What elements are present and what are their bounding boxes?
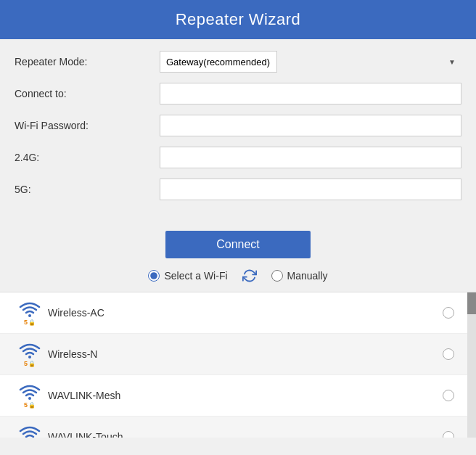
- connect-section: Connect: [0, 218, 476, 269]
- svg-point-1: [28, 356, 31, 358]
- wifi-ssid: WAVLINK-Mesh: [48, 390, 443, 401]
- wifi-list-item[interactable]: 5🔒Wireless-AC: [0, 292, 476, 334]
- band-2g-label: 2.4G:: [15, 152, 160, 163]
- wifi-lock-badge: 🔒: [28, 361, 36, 367]
- band-5g-input[interactable]: [160, 179, 461, 200]
- wifi-signal-icon: [19, 300, 41, 319]
- repeater-mode-row: Repeater Mode: Gateway(recommended) Repe…: [15, 51, 461, 73]
- wifi-password-label: Wi-Fi Password:: [15, 120, 160, 131]
- connect-to-row: Connect to:: [15, 83, 461, 104]
- wifi-5g-badge: 5: [24, 401, 28, 409]
- radio-section: Select a Wi-Fi Manually: [0, 269, 476, 292]
- manually-radio[interactable]: [271, 270, 283, 282]
- wifi-icon-inner: 5🔒: [19, 424, 41, 438]
- wifi-list-item[interactable]: 5🔒WAVLINK-Touch: [0, 417, 476, 438]
- wifi-signal-icon: [19, 382, 41, 401]
- scrollbar-thumb[interactable]: [467, 292, 476, 314]
- wifi-icon-wrap: 5🔒: [12, 341, 48, 367]
- svg-point-0: [28, 314, 31, 317]
- wifi-list-item[interactable]: 5🔒Wireless-N: [0, 334, 476, 375]
- wifi-badge: 5🔒: [24, 360, 36, 367]
- wifi-ssid: Wireless-AC: [48, 307, 443, 319]
- wifi-select-radio[interactable]: [443, 348, 454, 360]
- wifi-select-radio[interactable]: [443, 307, 454, 319]
- repeater-mode-select[interactable]: Gateway(recommended) Repeater Bridge: [160, 51, 277, 73]
- wifi-icon-inner: 5🔒: [19, 382, 41, 409]
- wifi-list-container: 5🔒Wireless-AC5🔒Wireless-N5🔒WAVLINK-Mesh5…: [0, 292, 476, 438]
- band-5g-row: 5G:: [15, 179, 461, 200]
- select-wifi-option[interactable]: Select a Wi-Fi: [148, 270, 227, 282]
- wifi-5g-badge: 5: [24, 360, 28, 367]
- select-wifi-radio[interactable]: [148, 270, 160, 282]
- connect-to-input[interactable]: [160, 83, 461, 104]
- wifi-password-input[interactable]: [160, 115, 461, 136]
- connect-to-label: Connect to:: [15, 88, 160, 99]
- wifi-select-radio[interactable]: [443, 431, 454, 438]
- wifi-ssid: WAVLINK-Touch: [48, 431, 443, 438]
- repeater-mode-label: Repeater Mode:: [15, 56, 160, 67]
- band-2g-row: 2.4G:: [15, 147, 461, 168]
- page-title: Repeater Wizard: [0, 0, 476, 39]
- scrollbar-track: [467, 292, 476, 438]
- band-2g-input[interactable]: [160, 147, 461, 168]
- wifi-password-row: Wi-Fi Password:: [15, 115, 461, 136]
- header-title: Repeater Wizard: [176, 10, 301, 28]
- wifi-icon-inner: 5🔒: [19, 341, 41, 367]
- wifi-signal-icon: [19, 424, 41, 438]
- connect-button[interactable]: Connect: [165, 231, 311, 258]
- wifi-list: 5🔒Wireless-AC5🔒Wireless-N5🔒WAVLINK-Mesh5…: [0, 292, 476, 438]
- wifi-icon-wrap: 5🔒: [12, 382, 48, 409]
- wifi-list-item[interactable]: 5🔒WAVLINK-Mesh: [0, 375, 476, 417]
- wifi-select-radio[interactable]: [443, 390, 454, 401]
- wifi-icon-wrap: 5🔒: [12, 424, 48, 438]
- wifi-ssid: Wireless-N: [48, 348, 443, 360]
- wifi-lock-badge: 🔒: [28, 402, 36, 409]
- select-wifi-label: Select a Wi-Fi: [164, 270, 227, 282]
- wifi-signal-icon: [19, 341, 41, 360]
- wifi-badge: 5🔒: [24, 319, 36, 326]
- manually-option[interactable]: Manually: [271, 270, 328, 282]
- wifi-badge: 5🔒: [24, 401, 36, 409]
- wifi-icon-inner: 5🔒: [19, 300, 41, 326]
- wifi-icon-wrap: 5🔒: [12, 300, 48, 326]
- wifi-5g-badge: 5: [24, 319, 28, 326]
- form-section: Repeater Mode: Gateway(recommended) Repe…: [0, 39, 476, 218]
- refresh-icon[interactable]: [242, 269, 257, 283]
- manually-label: Manually: [287, 270, 328, 282]
- band-5g-label: 5G:: [15, 184, 160, 195]
- repeater-mode-select-wrapper: Gateway(recommended) Repeater Bridge: [160, 51, 461, 73]
- wifi-lock-badge: 🔒: [28, 319, 36, 326]
- svg-point-2: [28, 397, 31, 400]
